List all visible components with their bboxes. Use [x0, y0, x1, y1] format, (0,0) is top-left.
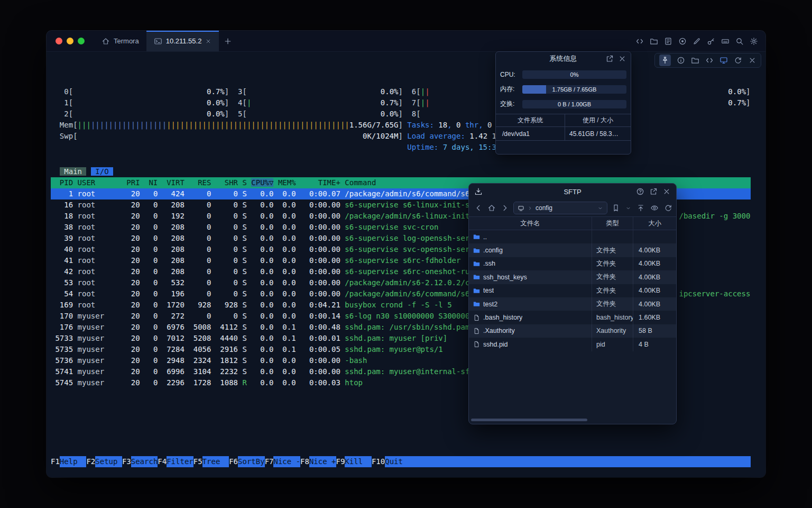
bookmark-icon[interactable]: [612, 204, 620, 212]
file-size: 4 B: [633, 338, 676, 351]
key-icon[interactable]: [707, 37, 715, 46]
file-size: [633, 230, 676, 243]
search-icon[interactable]: [735, 37, 744, 46]
file-size: 4.00KB: [633, 257, 676, 270]
eye-icon[interactable]: [650, 204, 659, 212]
screen-tab-main[interactable]: Main: [60, 167, 87, 176]
file-row[interactable]: test文件夹4.00KB: [469, 284, 676, 297]
file-row[interactable]: test2文件夹4.00KB: [469, 297, 676, 311]
fkey-f7[interactable]: F7Nice -: [265, 456, 300, 467]
zoom-window-button[interactable]: [78, 38, 85, 44]
sftp-window[interactable]: SFTP config 文件名 类型 大小 ...config文件夹4.00KB…: [468, 183, 677, 424]
transfers-icon[interactable]: [474, 187, 483, 196]
swap-value: 0 B / 1.00GB: [522, 100, 626, 108]
external-icon[interactable]: [605, 55, 614, 63]
terminal-icon: [154, 37, 162, 46]
keyboard-icon[interactable]: [721, 37, 730, 46]
fkey-f1[interactable]: F1Help: [51, 456, 86, 467]
chevron-down-icon[interactable]: [597, 205, 603, 211]
swap-meter-row: Swp[ 0K/1024M] Load average: 1.42 1: [51, 131, 751, 142]
help-icon[interactable]: [636, 187, 644, 196]
close-icon[interactable]: [748, 56, 756, 65]
memory-progressbar: 1.75GB / 7.65GB: [522, 85, 626, 94]
folder-icon[interactable]: [650, 37, 658, 46]
home-icon: [102, 37, 110, 46]
file-type: 文件夹: [592, 243, 633, 257]
memory-label: 内存:: [500, 85, 522, 94]
file-type: pid: [592, 338, 633, 351]
column-size[interactable]: 大小: [633, 217, 676, 230]
settings-icon[interactable]: [750, 37, 758, 46]
uptime-row: Uptime: 7 days, 15:3: [51, 142, 751, 153]
new-tab-button[interactable]: [219, 31, 237, 51]
file-row[interactable]: .config文件夹4.00KB: [469, 243, 676, 257]
sort-column-cpu[interactable]: CPU%▽: [251, 178, 273, 187]
fkey-f8[interactable]: F8Nice +: [300, 456, 336, 467]
pin-icon[interactable]: [659, 55, 671, 66]
close-window-button[interactable]: [56, 38, 62, 44]
home-icon[interactable]: [487, 204, 496, 212]
minimize-window-button[interactable]: [67, 38, 73, 44]
fkey-f2[interactable]: F2Setup: [86, 456, 122, 467]
close-tab-icon[interactable]: [205, 38, 211, 44]
cpu-usage-row: CPU: 0%: [496, 70, 631, 79]
file-size: 4.00KB: [633, 284, 676, 297]
file-name: .config: [483, 247, 503, 254]
file-type: 文件夹: [592, 297, 633, 311]
file-name: .Xauthority: [483, 327, 515, 334]
cpu-meter-row: 0[ 0.7%] 3[ 0.0%] 6[|| ] 9[ 0.0%]: [51, 86, 751, 97]
fkey-f10[interactable]: F10Quit: [372, 456, 412, 467]
file-row[interactable]: .ssh文件夹4.00KB: [469, 257, 676, 270]
file-row[interactable]: ..: [469, 230, 676, 243]
fkey-f9[interactable]: F9Kill: [336, 456, 372, 467]
code-icon[interactable]: [635, 37, 644, 46]
memory-usage-row: 内存: 1.75GB / 7.65GB: [496, 85, 631, 94]
file-type: bash_history: [592, 311, 633, 324]
file-row[interactable]: .XauthorityXauthority58 B: [469, 324, 676, 338]
folder-icon[interactable]: [691, 56, 699, 65]
up-icon[interactable]: [636, 204, 645, 212]
back-icon[interactable]: [474, 204, 483, 212]
close-icon[interactable]: [662, 187, 671, 196]
panel-titlebar: 系统信息: [496, 52, 631, 66]
file-row[interactable]: ssh_host_keys文件夹4.00KB: [469, 270, 676, 284]
fkey-f5[interactable]: F5Tree: [193, 456, 229, 467]
info-icon[interactable]: [677, 56, 685, 65]
file-row[interactable]: sshd.pidpid4 B: [469, 338, 676, 351]
file-icon: [473, 314, 480, 321]
screen-tab-io[interactable]: I/O: [91, 167, 113, 176]
file-icon: [473, 328, 480, 334]
plus-icon: [224, 37, 232, 46]
swap-label: 交换:: [500, 99, 522, 108]
external-icon[interactable]: [649, 187, 658, 196]
fkey-f4[interactable]: F4Filter: [158, 456, 193, 467]
filesystem-usage: 45.61GB / 58.3…: [565, 127, 631, 140]
file-name: .bash_history: [483, 314, 522, 321]
forward-icon[interactable]: [501, 204, 509, 212]
fkey-f6[interactable]: F6SortBy: [229, 456, 264, 467]
fkey-f3[interactable]: F3Search: [122, 456, 158, 467]
cpu-meter-row: 1[ 0.0%] 4[| 0.7%] 7[|| ] 10[ 0.7%]: [51, 97, 751, 108]
close-icon[interactable]: [618, 55, 626, 63]
sync-icon[interactable]: [734, 56, 742, 65]
tab-ssh-session[interactable]: 10.211.55.2: [146, 31, 219, 51]
horizontal-scrollbar[interactable]: [471, 419, 587, 421]
column-type[interactable]: 类型: [592, 217, 633, 230]
file-row[interactable]: .bash_historybash_history1.60KB: [469, 311, 676, 324]
path-breadcrumb[interactable]: config: [513, 202, 607, 214]
refresh-icon[interactable]: [664, 204, 672, 212]
traffic-lights: [47, 31, 94, 51]
edit-icon[interactable]: [693, 37, 701, 46]
memory-value: 1.75GB / 7.65GB: [522, 85, 626, 94]
column-filename[interactable]: 文件名: [469, 217, 592, 230]
filesystem-row[interactable]: /dev/vda1 45.61GB / 58.3…: [496, 127, 631, 141]
record-icon[interactable]: [678, 37, 687, 46]
chevron-down-icon[interactable]: [625, 205, 631, 211]
file-type: Xauthority: [592, 324, 633, 338]
file-name: test2: [483, 301, 497, 308]
file-name: ssh_host_keys: [483, 274, 527, 281]
tab-termora[interactable]: Termora: [94, 31, 146, 51]
code-icon[interactable]: [705, 56, 714, 65]
journal-icon[interactable]: [664, 37, 672, 46]
monitor-icon[interactable]: [719, 56, 728, 65]
